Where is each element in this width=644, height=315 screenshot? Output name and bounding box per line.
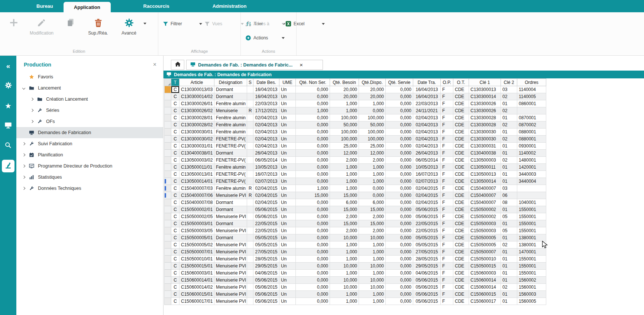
table-cell[interactable]: 0,000 <box>386 129 413 136</box>
table-cell[interactable]: 1,000 <box>330 291 359 298</box>
table-cell[interactable]: 0,000 <box>386 199 413 206</box>
table-row-30[interactable]: CC150600017/01Menuiserie PVI05/06/2015Un… <box>165 298 644 305</box>
table-row-25[interactable]: CC150500015/01Menuiserie PVI29/05/2015Un… <box>165 263 644 270</box>
table-cell[interactable]: 22/05/2015 <box>253 227 279 234</box>
table-cell[interactable]: 1,000 <box>330 256 359 263</box>
table-cell[interactable]: Un <box>279 86 296 93</box>
table-cell[interactable]: 2,000 <box>330 157 359 164</box>
table-cell[interactable]: 2,000 <box>330 213 359 220</box>
table-cell[interactable]: 10,000 <box>359 277 386 284</box>
table-cell[interactable]: 0,000 <box>386 249 413 256</box>
table-cell[interactable]: 0,000 <box>296 164 330 171</box>
table-cell[interactable]: Menuiserie PVI <box>214 270 247 277</box>
table-cell[interactable]: C130300028 <box>469 114 501 121</box>
table-cell[interactable]: 28/05/2015 <box>253 256 279 263</box>
table-cell[interactable]: F <box>441 136 453 143</box>
row-selector[interactable] <box>165 150 171 157</box>
table-cell[interactable]: 05/06/2015 <box>413 213 441 220</box>
table-cell[interactable]: F <box>441 185 453 192</box>
table-cell[interactable]: 100,000 <box>330 129 359 136</box>
row-selector[interactable] <box>165 227 171 234</box>
table-cell[interactable]: 50,000 <box>359 121 386 129</box>
table-cell[interactable]: C <box>171 157 179 164</box>
table-cell[interactable]: 02/04/2013 <box>253 143 279 150</box>
table-cell[interactable]: CDE <box>453 227 469 234</box>
table-cell[interactable]: F <box>441 241 453 249</box>
table-cell[interactable]: C <box>171 150 179 157</box>
table-cell[interactable]: 26/04/2013 <box>253 150 279 157</box>
table-cell[interactable]: 0,000 <box>296 121 330 129</box>
table-cell[interactable]: 1,000 <box>330 171 359 178</box>
table-cell[interactable]: Un <box>279 234 296 241</box>
table-cell[interactable] <box>247 270 253 277</box>
table-cell[interactable]: 02/04/2015 <box>413 192 441 199</box>
table-cell[interactable] <box>247 171 253 178</box>
table-row-7[interactable]: CC130300030/02FENETRE-PV(02/04/2013Un0,0… <box>165 136 644 143</box>
table-cell[interactable]: FENETRE-PV( <box>214 143 247 150</box>
table-cell[interactable] <box>247 213 253 220</box>
table-cell[interactable]: Un <box>279 192 296 199</box>
search-button[interactable] <box>2 140 14 152</box>
copy-button[interactable] <box>59 16 82 36</box>
table-cell[interactable]: 1420001 <box>517 164 546 171</box>
table-cell[interactable]: C130300028/02 <box>179 121 214 129</box>
table-cell[interactable]: C130500011 <box>469 164 501 171</box>
table-cell[interactable]: 1,000 <box>359 298 386 305</box>
table-row-1[interactable]: CC130300014/02Dormant16/04/2013Un0,00020… <box>165 93 644 100</box>
row-selector[interactable] <box>165 284 171 291</box>
table-cell[interactable]: CDE <box>453 284 469 291</box>
table-cell[interactable]: Fenêtre alumin <box>214 185 247 192</box>
table-cell[interactable]: 0880001 <box>517 136 546 143</box>
table-cell[interactable]: 02/04/2015 <box>413 185 441 192</box>
table-cell[interactable]: 0,000 <box>386 234 413 241</box>
table-cell[interactable] <box>247 234 253 241</box>
table-cell[interactable]: 01 <box>501 100 517 107</box>
table-cell[interactable]: C150600017/01 <box>179 298 214 305</box>
table-cell[interactable]: Fenêtre alumin <box>214 164 247 171</box>
table-cell[interactable]: C <box>171 213 179 220</box>
table-cell[interactable]: CDE <box>453 86 469 93</box>
table-cell[interactable]: CDE <box>453 213 469 220</box>
nav-item-donnees-techniques[interactable]: Données Techniques <box>16 183 163 194</box>
table-cell[interactable]: 0,000 <box>386 291 413 298</box>
table-cell[interactable]: 1560001 <box>517 284 546 291</box>
table-cell[interactable]: 01 <box>501 234 517 241</box>
table-cell[interactable]: Un <box>279 150 296 157</box>
table-cell[interactable]: C130500014 <box>469 178 501 185</box>
table-cell[interactable]: 16/04/2013 <box>253 86 279 93</box>
table-cell[interactable]: 1,000 <box>330 185 359 192</box>
table-cell[interactable]: 1,000 <box>296 185 330 192</box>
table-cell[interactable] <box>247 164 253 171</box>
table-cell[interactable]: C150500003/05 <box>179 227 214 234</box>
table-cell[interactable]: 02 <box>501 93 517 100</box>
table-cell[interactable]: 05/06/2015 <box>253 298 279 305</box>
table-cell[interactable] <box>517 185 546 192</box>
table-cell[interactable]: 06 <box>501 192 517 199</box>
table-cell[interactable]: C150500002 <box>469 213 501 220</box>
table-row-29[interactable]: CC150600015/01Menuiserie PVI05/06/2015Un… <box>165 291 644 298</box>
table-cell[interactable]: C130300026 <box>469 100 501 107</box>
table-cell[interactable]: 01 <box>501 164 517 171</box>
table-cell[interactable]: F <box>441 298 453 305</box>
table-cell[interactable]: Dormant <box>214 234 247 241</box>
table-cell[interactable]: Menuiserie PVI <box>214 192 247 199</box>
table-cell[interactable]: C130300028 <box>469 121 501 129</box>
tab-demandes-de-fab[interactable]: Demandes de Fab. : Demandes de Fabric...… <box>186 60 323 70</box>
table-cell[interactable]: Un <box>279 121 296 129</box>
chevron-right-icon[interactable] <box>21 143 27 145</box>
table-cell[interactable] <box>247 227 253 234</box>
table-cell[interactable]: CDE <box>453 178 469 185</box>
table-cell[interactable]: 22/05/2015 <box>413 227 441 234</box>
nav-item-demandes-de-fabrication[interactable]: Demandes de Fabrication <box>16 127 163 138</box>
table-cell[interactable]: Un <box>279 199 296 206</box>
table-cell[interactable]: Dormant <box>214 199 247 206</box>
table-cell[interactable]: CDE <box>453 121 469 129</box>
table-row-28[interactable]: CC150600014/02Menuiserie PVI05/06/2015Un… <box>165 284 644 291</box>
table-cell[interactable]: 0,000 <box>296 157 330 164</box>
table-row-14[interactable]: CC150400007/03Fenêtre aluminR02/04/2015U… <box>165 185 644 192</box>
nav-item-suivi-fabrication[interactable]: Suivi Fabrication <box>16 138 163 149</box>
table-cell[interactable]: C150600015/01 <box>179 291 214 298</box>
table-cell[interactable]: CDE <box>453 241 469 249</box>
table-cell[interactable]: C <box>171 291 179 298</box>
table-cell[interactable]: 0,000 <box>386 150 413 157</box>
